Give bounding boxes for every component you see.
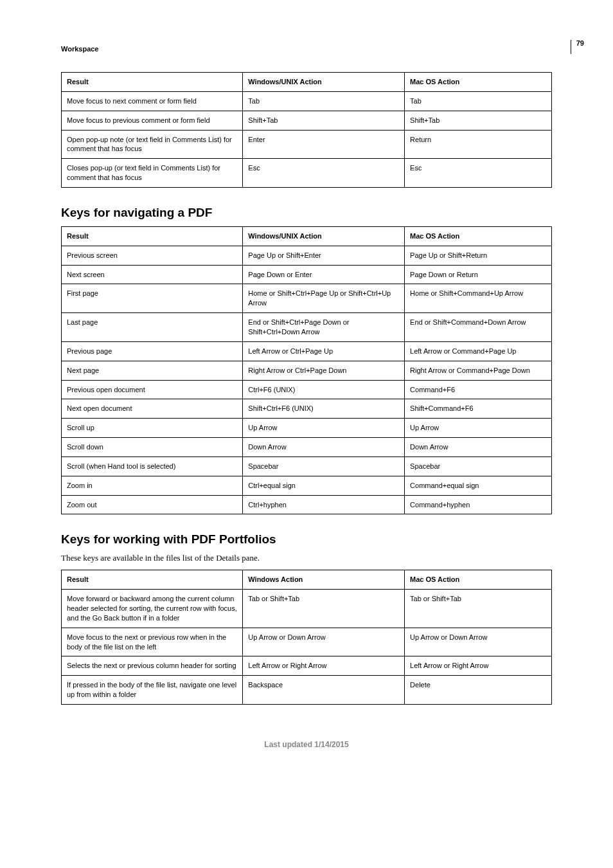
table-row: Scroll upUp ArrowUp Arrow	[62, 419, 552, 438]
table-row: Last pageEnd or Shift+Ctrl+Page Down or …	[62, 313, 552, 342]
cell-windows: Tab	[243, 91, 405, 111]
cell-windows: End or Shift+Ctrl+Page Down or Shift+Ctr…	[243, 313, 405, 342]
table-header-row: Result Windows Action Mac OS Action	[62, 570, 552, 590]
cell-windows: Enter	[243, 130, 405, 159]
cell-mac: Left Arrow or Right Arrow	[405, 656, 552, 676]
table-row: Move forward or backward among the curre…	[62, 590, 552, 628]
shortcuts-table-navigating: Result Windows/UNIX Action Mac OS Action…	[61, 226, 552, 515]
table-row: Next pageRight Arrow or Ctrl+Page DownRi…	[62, 361, 552, 380]
cell-mac: Spacebar	[405, 457, 552, 476]
cell-result: Next page	[62, 361, 243, 380]
heading-keys-portfolios: Keys for working with PDF Portfolios	[61, 532, 552, 547]
cell-mac: Home or Shift+Command+Up Arrow	[405, 284, 552, 313]
cell-windows: Ctrl+F6 (UNIX)	[243, 380, 405, 399]
cell-mac: Page Up or Shift+Return	[405, 246, 552, 265]
cell-result: Scroll (when Hand tool is selected)	[62, 457, 243, 476]
table-row: Selects the next or previous column head…	[62, 656, 552, 676]
shortcuts-table-comments: Result Windows/UNIX Action Mac OS Action…	[61, 72, 552, 188]
cell-mac: Shift+Command+F6	[405, 399, 552, 419]
cell-mac: Return	[405, 130, 552, 159]
cell-result: Last page	[62, 313, 243, 342]
cell-windows: Left Arrow or Right Arrow	[243, 656, 405, 676]
cell-windows: Ctrl+hyphen	[243, 495, 405, 514]
cell-windows: Down Arrow	[243, 438, 405, 457]
col-header-result: Result	[62, 73, 243, 92]
cell-mac: Command+hyphen	[405, 495, 552, 514]
table-header-row: Result Windows/UNIX Action Mac OS Action	[62, 73, 552, 92]
cell-windows: Spacebar	[243, 457, 405, 476]
cell-mac: Up Arrow	[405, 419, 552, 438]
cell-mac: Shift+Tab	[405, 111, 552, 130]
cell-mac: Tab	[405, 91, 552, 111]
subtitle-portfolios: These keys are available in the files li…	[61, 553, 552, 563]
cell-windows: Up Arrow or Down Arrow	[243, 628, 405, 656]
table-row: Zoom inCtrl+equal signCommand+equal sign	[62, 476, 552, 495]
table-row: Move focus to previous comment or form f…	[62, 111, 552, 130]
cell-result: Next open document	[62, 399, 243, 419]
table-row: Scroll downDown ArrowDown Arrow	[62, 438, 552, 457]
table-row: Previous open documentCtrl+F6 (UNIX)Comm…	[62, 380, 552, 399]
table-row: First pageHome or Shift+Ctrl+Page Up or …	[62, 284, 552, 313]
cell-result: Scroll up	[62, 419, 243, 438]
table-row: Move focus to next comment or form field…	[62, 91, 552, 111]
shortcuts-table-portfolios: Result Windows Action Mac OS Action Move…	[61, 570, 552, 705]
table-header-row: Result Windows/UNIX Action Mac OS Action	[62, 226, 552, 246]
page-number: 79	[571, 40, 584, 54]
cell-result: Move focus to the next or previous row w…	[62, 628, 243, 656]
section-label: Workspace	[61, 45, 552, 53]
cell-windows: Home or Shift+Ctrl+Page Up or Shift+Ctrl…	[243, 284, 405, 313]
cell-result: Move forward or backward among the curre…	[62, 590, 243, 628]
table-row: Closes pop-up (or text field in Comments…	[62, 159, 552, 188]
table-row: Next screenPage Down or EnterPage Down o…	[62, 265, 552, 284]
table-row: Previous pageLeft Arrow or Ctrl+Page UpL…	[62, 341, 552, 361]
table-row: Move focus to the next or previous row w…	[62, 628, 552, 656]
col-header-windows: Windows/UNIX Action	[243, 73, 405, 92]
cell-result: Move focus to next comment or form field	[62, 91, 243, 111]
cell-result: Zoom in	[62, 476, 243, 495]
cell-result: Move focus to previous comment or form f…	[62, 111, 243, 130]
cell-result: Previous page	[62, 341, 243, 361]
cell-windows: Tab or Shift+Tab	[243, 590, 405, 628]
cell-result: First page	[62, 284, 243, 313]
col-header-mac: Mac OS Action	[405, 570, 552, 590]
col-header-result: Result	[62, 570, 243, 590]
cell-result: Zoom out	[62, 495, 243, 514]
table-row: Next open documentShift+Ctrl+F6 (UNIX)Sh…	[62, 399, 552, 419]
col-header-result: Result	[62, 226, 243, 246]
table-row: Open pop-up note (or text field in Comme…	[62, 130, 552, 159]
cell-mac: Up Arrow or Down Arrow	[405, 628, 552, 656]
cell-mac: End or Shift+Command+Down Arrow	[405, 313, 552, 342]
cell-mac: Delete	[405, 676, 552, 705]
cell-windows: Right Arrow or Ctrl+Page Down	[243, 361, 405, 380]
cell-result: Previous screen	[62, 246, 243, 265]
heading-keys-navigating-pdf: Keys for navigating a PDF	[61, 206, 552, 220]
cell-result: Previous open document	[62, 380, 243, 399]
table-row: Scroll (when Hand tool is selected)Space…	[62, 457, 552, 476]
table-row: Previous screenPage Up or Shift+EnterPag…	[62, 246, 552, 265]
cell-mac: Page Down or Return	[405, 265, 552, 284]
cell-windows: Ctrl+equal sign	[243, 476, 405, 495]
cell-windows: Shift+Ctrl+F6 (UNIX)	[243, 399, 405, 419]
cell-windows: Left Arrow or Ctrl+Page Up	[243, 341, 405, 361]
cell-windows: Shift+Tab	[243, 111, 405, 130]
cell-mac: Down Arrow	[405, 438, 552, 457]
cell-mac: Command+equal sign	[405, 476, 552, 495]
cell-result: Selects the next or previous column head…	[62, 656, 243, 676]
footer-last-updated: Last updated 1/14/2015	[61, 740, 552, 749]
cell-mac: Left Arrow or Command+Page Up	[405, 341, 552, 361]
cell-windows: Page Up or Shift+Enter	[243, 246, 405, 265]
col-header-mac: Mac OS Action	[405, 73, 552, 92]
cell-mac: Command+F6	[405, 380, 552, 399]
cell-result: Closes pop-up (or text field in Comments…	[62, 159, 243, 188]
cell-mac: Right Arrow or Command+Page Down	[405, 361, 552, 380]
col-header-mac: Mac OS Action	[405, 226, 552, 246]
cell-result: Scroll down	[62, 438, 243, 457]
cell-result: If pressed in the body of the file list,…	[62, 676, 243, 705]
table-row: Zoom outCtrl+hyphenCommand+hyphen	[62, 495, 552, 514]
cell-mac: Esc	[405, 159, 552, 188]
table-row: If pressed in the body of the file list,…	[62, 676, 552, 705]
cell-windows: Up Arrow	[243, 419, 405, 438]
col-header-windows: Windows/UNIX Action	[243, 226, 405, 246]
cell-windows: Esc	[243, 159, 405, 188]
col-header-windows: Windows Action	[243, 570, 405, 590]
